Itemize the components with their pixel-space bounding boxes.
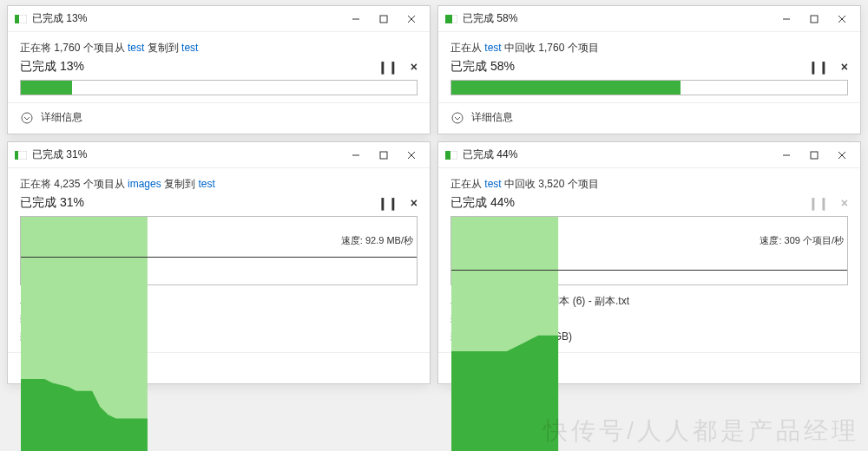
- svg-rect-15: [15, 151, 18, 160]
- chevron-down-icon: [450, 111, 464, 125]
- progress-text: 已完成 58%: [450, 59, 515, 75]
- speed-chart: 速度: 309 个项目/秒: [450, 216, 848, 285]
- progress-bar: [450, 80, 848, 95]
- close-button[interactable]: [829, 10, 855, 29]
- details-toggle[interactable]: 详细信息: [438, 102, 860, 134]
- progress-bar: [20, 80, 418, 95]
- source-link[interactable]: images: [128, 178, 161, 190]
- window-title: 已完成 58%: [463, 11, 773, 26]
- minimize-button[interactable]: [773, 10, 799, 29]
- details-label: 详细信息: [471, 110, 513, 125]
- source-link[interactable]: test: [128, 42, 144, 54]
- progress-icon: [445, 13, 457, 25]
- speed-label: 速度: 309 个项目/秒: [756, 234, 847, 247]
- close-button[interactable]: [398, 146, 424, 165]
- speed-label: 速度: 92.9 MB/秒: [338, 234, 417, 247]
- svg-point-13: [452, 113, 463, 123]
- svg-rect-8: [445, 15, 452, 23]
- action-description: 正在将 4,235 个项目从 images 复制到 test: [20, 177, 418, 192]
- action-description: 正在将 1,760 个项目从 test 复制到 test: [20, 41, 418, 56]
- dest-link[interactable]: test: [198, 178, 214, 190]
- window-title: 已完成 44%: [463, 147, 773, 162]
- progress-icon: [15, 149, 27, 161]
- progress-text: 已完成 44%: [450, 195, 515, 211]
- action-description: 正在从 test 中回收 1,760 个项目: [450, 41, 848, 56]
- svg-rect-3: [380, 16, 387, 23]
- dest-link[interactable]: test: [181, 42, 198, 54]
- svg-rect-10: [811, 16, 818, 23]
- cancel-button[interactable]: ×: [411, 60, 418, 74]
- source-link[interactable]: test: [484, 42, 501, 54]
- details-toggle[interactable]: 详细信息: [8, 102, 430, 134]
- maximize-button[interactable]: [801, 146, 827, 165]
- cancel-button[interactable]: ×: [841, 196, 848, 210]
- svg-marker-30: [451, 336, 558, 451]
- progress-text: 已完成 13%: [20, 59, 84, 75]
- window-title: 已完成 13%: [32, 11, 343, 26]
- progress-icon: [445, 149, 457, 161]
- cancel-button[interactable]: ×: [841, 60, 848, 74]
- window-title: 已完成 31%: [32, 147, 343, 162]
- close-button[interactable]: [829, 146, 855, 165]
- progress-text: 已完成 31%: [20, 195, 84, 211]
- chevron-down-icon: [20, 111, 34, 125]
- action-description: 正在从 test 中回收 3,520 个项目: [450, 177, 848, 192]
- pause-button[interactable]: ❙❙: [378, 60, 398, 74]
- svg-rect-1: [15, 15, 19, 23]
- maximize-button[interactable]: [801, 10, 827, 29]
- titlebar: 已完成 13%: [8, 6, 430, 32]
- titlebar: 已完成 58%: [438, 6, 860, 32]
- svg-rect-24: [445, 151, 450, 160]
- svg-rect-26: [811, 152, 818, 159]
- source-link[interactable]: test: [484, 178, 501, 190]
- pause-button[interactable]: ❙❙: [378, 196, 398, 210]
- recycle-dialog-1: 已完成 58% 正在从 test 中回收 1,760 个项目 已完成 58% ❙…: [437, 5, 861, 134]
- svg-point-6: [22, 113, 32, 123]
- minimize-button[interactable]: [343, 10, 369, 29]
- minimize-button[interactable]: [343, 146, 369, 165]
- copy-dialog-1: 已完成 13% 正在将 1,760 个项目从 test 复制到 test 已完成…: [7, 5, 431, 134]
- titlebar: 已完成 31%: [8, 142, 430, 168]
- maximize-button[interactable]: [371, 10, 397, 29]
- close-button[interactable]: [398, 10, 424, 29]
- svg-rect-17: [380, 152, 387, 159]
- pause-button[interactable]: ❙❙: [808, 196, 829, 210]
- details-label: 详细信息: [41, 110, 82, 125]
- cancel-button[interactable]: ×: [411, 196, 418, 210]
- titlebar: 已完成 44%: [438, 142, 860, 168]
- maximize-button[interactable]: [371, 146, 397, 165]
- recycle-dialog-2: 已完成 44% 正在从 test 中回收 3,520 个项目 已完成 44% ❙…: [437, 141, 861, 384]
- minimize-button[interactable]: [773, 146, 799, 165]
- copy-dialog-2: 已完成 31% 正在将 4,235 个项目从 images 复制到 test 已…: [7, 141, 431, 384]
- progress-icon: [15, 13, 27, 25]
- pause-button[interactable]: ❙❙: [808, 60, 829, 74]
- speed-chart: 速度: 92.9 MB/秒: [20, 216, 418, 285]
